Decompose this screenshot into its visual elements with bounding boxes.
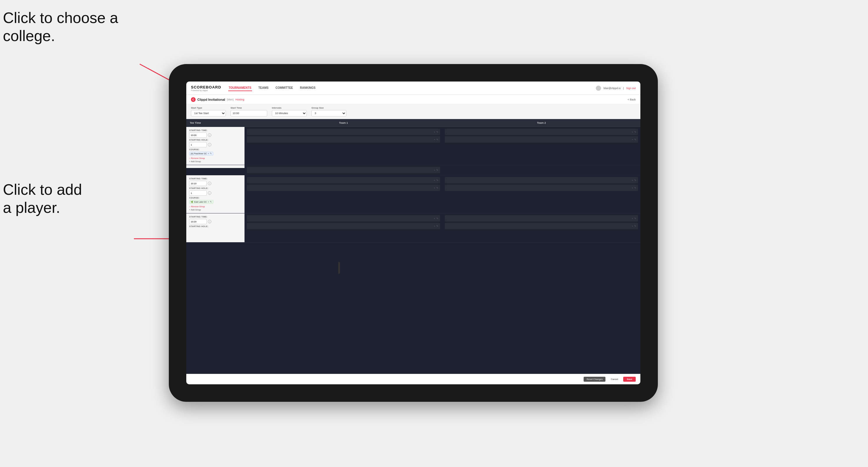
course-tag-remove-2[interactable]: ×	[208, 200, 209, 203]
player-slot[interactable]: × ✎	[247, 129, 440, 135]
info-icon-2[interactable]: i	[208, 182, 211, 185]
group-2-team1: × ✎ × ✎	[245, 175, 442, 213]
nav-link-rankings[interactable]: RANKINGS	[300, 85, 316, 91]
group-size-select[interactable]: 3	[311, 110, 346, 117]
player-slot-x-icon[interactable]: ×	[434, 131, 435, 133]
start-type-group: Start Type 1st Tee Start	[191, 106, 226, 117]
starting-time-field-1: i	[189, 132, 242, 138]
nav-link-teams[interactable]: TEAMS	[258, 85, 269, 91]
player-slot-x-icon[interactable]: ×	[632, 179, 633, 182]
player-slot-edit-icon[interactable]: ✎	[634, 187, 636, 189]
player-slot-x-icon[interactable]: ×	[632, 225, 633, 227]
add-group-btn-2[interactable]: + Add Group	[189, 209, 201, 211]
player-slot-x-icon[interactable]: ×	[632, 131, 633, 133]
player-slot-x-icon[interactable]: ×	[632, 138, 633, 141]
player-slot[interactable]: × ✎	[247, 177, 440, 183]
start-type-select[interactable]: 1st Tee Start	[191, 110, 226, 117]
group-2-left: STARTING TIME: i STARTING HOLE: ↕ COURSE…	[186, 175, 245, 213]
player-slot-edit-icon[interactable]: ✎	[436, 138, 438, 141]
nav-sign-out[interactable]: Sign out	[626, 87, 636, 90]
player-slot[interactable]: × ✎	[445, 177, 638, 183]
save-button[interactable]: Save	[623, 377, 636, 382]
reset-changes-button[interactable]: Reset Changes	[584, 377, 606, 382]
start-time-group: Start Time	[230, 106, 267, 117]
player-slot[interactable]: × ✎	[445, 215, 638, 222]
nav-separator: |	[623, 87, 624, 90]
player-slot-x-icon[interactable]: ×	[434, 138, 435, 141]
player-slot-edit-icon[interactable]: ✎	[634, 179, 636, 182]
player-slot-edit-icon[interactable]: ✎	[634, 217, 636, 220]
info-icon-hole-1[interactable]: ↕	[208, 143, 211, 147]
course-tag-edit-1[interactable]: ✎	[210, 152, 212, 155]
course-label-1: COURSE:	[189, 149, 242, 151]
start-time-input[interactable]	[230, 110, 267, 117]
group-size-group: Group Size 3	[311, 106, 346, 117]
controls-row: Start Type 1st Tee Start Start Time Inte…	[186, 104, 640, 119]
player-slot-edit-icon[interactable]: ✎	[436, 131, 438, 133]
player-slot[interactable]: × ✎	[247, 223, 440, 229]
starting-hole-input-1[interactable]	[189, 142, 207, 147]
nav-logo-title: SCOREBOARD	[191, 85, 221, 89]
starting-time-input-2[interactable]	[189, 181, 207, 186]
course-icon-2: 🌿	[191, 201, 193, 203]
nav-bar: SCOREBOARD Powered by clippd TOURNAMENTS…	[186, 82, 640, 95]
starting-hole-input-2[interactable]	[189, 190, 207, 196]
course-tag-edit-2[interactable]: ✎	[210, 200, 212, 203]
course-row-1: × ✎	[186, 165, 640, 175]
player-slot-x-icon[interactable]: ×	[434, 225, 435, 227]
info-icon-1[interactable]: i	[208, 133, 211, 137]
player-slot-edit-icon[interactable]: ✎	[436, 187, 438, 189]
info-icon-hole-2[interactable]: ↕	[208, 191, 211, 195]
sub-header-back[interactable]: < Back	[627, 98, 636, 101]
th-team2: Team 2	[442, 119, 640, 127]
player-slot-edit-icon[interactable]: ✎	[436, 217, 438, 220]
course-tag-text-1: (A) Peachtree GC	[191, 153, 207, 155]
intervals-select[interactable]: 10 Minutes	[272, 110, 307, 117]
player-slot-x-icon[interactable]: ×	[434, 169, 435, 172]
tablet-frame: SCOREBOARD Powered by clippd TOURNAMENTS…	[169, 64, 658, 402]
remove-group-btn-2[interactable]: ○ Remove Group	[189, 206, 205, 208]
player-slot-x-icon[interactable]: ×	[632, 187, 633, 189]
course-label-2: COURSE:	[189, 197, 242, 199]
starting-hole-label-2: STARTING HOLE:	[189, 187, 242, 189]
player-slot-edit-icon[interactable]: ✎	[436, 179, 438, 182]
remove-group-btn-1[interactable]: ○ Remove Group	[189, 157, 205, 159]
th-tee-time: Tee Time	[186, 119, 245, 127]
player-slot-edit-icon[interactable]: ✎	[634, 138, 636, 141]
add-group-btn-1[interactable]: + Add Group	[189, 160, 201, 162]
player-slot[interactable]: × ✎	[445, 223, 638, 229]
player-slot[interactable]: × ✎	[445, 129, 638, 135]
sub-header-logo: C	[191, 97, 196, 102]
player-slot-x-icon[interactable]: ×	[434, 179, 435, 182]
player-slot[interactable]: × ✎	[445, 136, 638, 143]
nav-link-committee[interactable]: COMMITTEE	[275, 85, 294, 91]
nav-link-tournaments[interactable]: TOURNAMENTS	[228, 85, 252, 91]
player-slot-x-icon[interactable]: ×	[632, 217, 633, 220]
cancel-button[interactable]: Cancel	[608, 377, 621, 382]
group-1-team2-extra	[442, 165, 640, 175]
sub-header-badge: (Men)	[227, 98, 234, 101]
player-slot[interactable]: × ✎	[247, 136, 440, 143]
player-slot-edit-icon[interactable]: ✎	[436, 169, 438, 172]
starting-time-field-3: i	[189, 219, 242, 224]
player-slot-x-icon[interactable]: ×	[434, 217, 435, 220]
player-slot-edit-icon[interactable]: ✎	[634, 225, 636, 227]
player-slot-edit-icon[interactable]: ✎	[634, 131, 636, 133]
player-slot-x-icon[interactable]: ×	[434, 187, 435, 189]
player-slot[interactable]: × ✎	[445, 185, 638, 191]
intervals-group: Intervals 10 Minutes	[272, 106, 307, 117]
player-slot-edit-icon[interactable]: ✎	[436, 225, 438, 227]
player-slot[interactable]: × ✎	[247, 167, 440, 173]
player-slot[interactable]: × ✎	[247, 215, 440, 222]
course-tag-2[interactable]: 🌿 East Lake GC × ✎	[189, 200, 213, 204]
player-slot[interactable]: × ✎	[247, 185, 440, 191]
intervals-label: Intervals	[272, 106, 307, 109]
starting-time-input-3[interactable]	[189, 219, 207, 224]
table-container: Tee Time Team 1 Team 2 STARTING TIME: i …	[186, 119, 640, 374]
info-icon-3[interactable]: i	[208, 220, 211, 223]
course-tag-text-2: East Lake GC	[194, 201, 207, 203]
course-tag-remove-1[interactable]: ×	[208, 152, 209, 155]
starting-time-input-1[interactable]	[189, 132, 207, 138]
course-tag-1[interactable]: (A) Peachtree GC × ✎	[189, 152, 213, 155]
annotation-add-player: Click to add a player.	[3, 181, 82, 217]
